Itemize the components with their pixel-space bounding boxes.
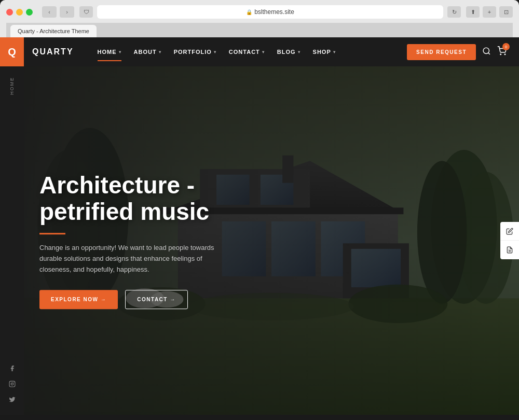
lock-icon: 🔒	[246, 9, 252, 15]
svg-rect-0	[9, 381, 15, 387]
sidebar-home-label: HOME	[9, 77, 15, 95]
blog-chevron-icon: ▾	[298, 50, 301, 54]
svg-point-2	[13, 382, 13, 383]
contact-chevron-icon: ▾	[262, 50, 265, 54]
svg-point-1	[11, 383, 13, 385]
contact-button[interactable]: CONTACT →	[125, 290, 187, 309]
hero-subtitle: Change is an opportunity! We want to lea…	[39, 243, 216, 275]
home-chevron-icon: ▾	[119, 50, 121, 54]
portfolio-chevron-icon: ▾	[214, 50, 216, 54]
nav-item-contact[interactable]: CONTACT ▾	[224, 46, 270, 58]
about-chevron-icon: ▾	[159, 50, 161, 54]
hero-divider	[39, 233, 65, 234]
hero-title: Architecture - petrified music	[39, 172, 216, 225]
svg-line-4	[488, 52, 490, 54]
svg-point-6	[504, 54, 506, 55]
document-icon[interactable]	[500, 241, 519, 259]
instagram-icon[interactable]	[9, 381, 16, 389]
minimize-button[interactable]	[16, 9, 23, 16]
forward-button[interactable]: ›	[60, 6, 74, 18]
browser-navigation: ‹ ›	[42, 6, 74, 18]
browser-actions: ⬆ + ⊡	[466, 6, 513, 18]
nav-right: SEND REQUEST 0	[407, 44, 507, 60]
right-panel	[500, 222, 519, 259]
new-tab-button[interactable]: +	[483, 6, 496, 18]
share-button[interactable]: ⬆	[466, 6, 480, 18]
main-content: QUARTY HOME ▾ ABOUT ▾ PORTFOLIO ▾ CONTAC…	[24, 37, 519, 415]
traffic-lights	[6, 9, 33, 16]
cart-button[interactable]: 0	[497, 46, 507, 58]
nav-item-shop[interactable]: SHOP ▾	[308, 46, 341, 58]
shop-chevron-icon: ▾	[333, 50, 336, 54]
svg-point-3	[483, 48, 489, 53]
maximize-button[interactable]	[26, 9, 33, 16]
nav-contact-label: CONTACT	[229, 49, 260, 55]
nav-item-blog[interactable]: BLOG ▾	[272, 46, 306, 58]
twitter-icon[interactable]	[9, 396, 16, 404]
nav-home-label: HOME	[98, 49, 117, 55]
search-button[interactable]	[482, 47, 491, 58]
hero-buttons: EXPLORE NOW → CONTACT →	[39, 290, 216, 309]
nav-portfolio-label: PORTFOLIO	[174, 49, 212, 55]
tab-overview-button[interactable]: ⊡	[499, 6, 513, 18]
hero-content: Architecture - petrified music Change is…	[39, 172, 216, 309]
tab-bar: Quarty - Architecture Theme	[6, 23, 513, 37]
hero-title-line1: Architecture -	[39, 172, 195, 199]
hero-section: Architecture - petrified music Change is…	[24, 66, 519, 415]
nav-blog-label: BLOG	[277, 49, 296, 55]
logo-box[interactable]: Q	[0, 37, 24, 66]
navbar: QUARTY HOME ▾ ABOUT ▾ PORTFOLIO ▾ CONTAC…	[24, 37, 519, 66]
cart-badge: 0	[502, 43, 510, 50]
left-sidebar: Q HOME	[0, 37, 24, 415]
active-tab[interactable]: Quarty - Architecture Theme	[10, 25, 97, 37]
logo-letter: Q	[8, 46, 16, 58]
nav-about-label: ABOUT	[134, 49, 157, 55]
close-button[interactable]	[6, 9, 13, 16]
nav-shop-label: SHOP	[313, 49, 331, 55]
nav-menu: HOME ▾ ABOUT ▾ PORTFOLIO ▾ CONTACT ▾ BLO…	[92, 46, 407, 58]
tab-label: Quarty - Architecture Theme	[18, 28, 89, 34]
url-text: bslthemes.site	[254, 8, 294, 16]
sidebar-social	[9, 365, 16, 415]
shield-icon: 🛡	[79, 6, 93, 18]
back-button[interactable]: ‹	[42, 6, 57, 18]
browser-chrome: ‹ › 🛡 🔒 bslthemes.site ↻ ⬆ + ⊡ Quarty - …	[0, 0, 519, 37]
nav-item-home[interactable]: HOME ▾	[92, 46, 127, 58]
facebook-icon[interactable]	[9, 365, 16, 373]
address-bar[interactable]: 🔒 bslthemes.site	[97, 5, 443, 19]
explore-now-button[interactable]: EXPLORE NOW →	[39, 290, 118, 309]
reload-button[interactable]: ↻	[447, 6, 461, 18]
svg-point-5	[500, 54, 501, 55]
website: Q HOME	[0, 37, 519, 415]
send-request-button[interactable]: SEND REQUEST	[407, 44, 476, 60]
address-bar-area: 🛡 🔒 bslthemes.site ↻	[79, 5, 461, 19]
nav-item-portfolio[interactable]: PORTFOLIO ▾	[169, 46, 222, 58]
edit-icon[interactable]	[500, 222, 519, 241]
nav-item-about[interactable]: ABOUT ▾	[129, 46, 167, 58]
brand-name: QUARTY	[32, 47, 74, 57]
hero-title-line2: petrified music	[39, 198, 209, 225]
